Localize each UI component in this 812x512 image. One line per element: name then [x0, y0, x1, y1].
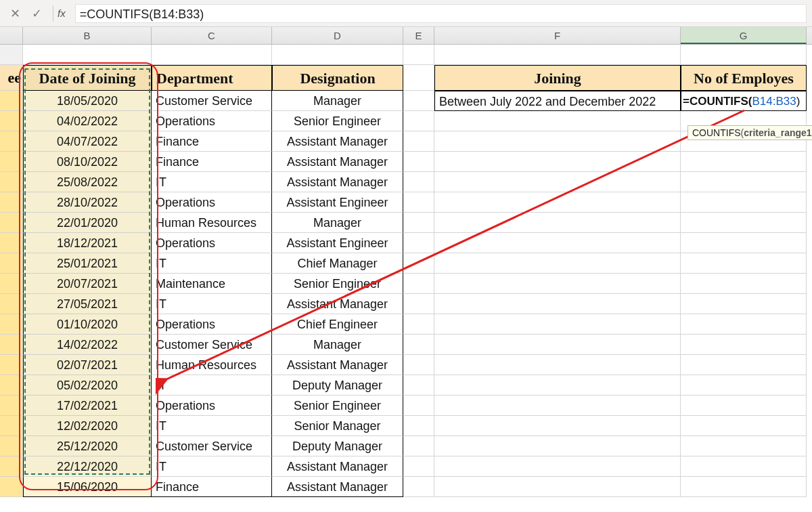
- cell-department[interactable]: Operations: [152, 192, 272, 213]
- row-gutter[interactable]: [0, 152, 23, 172]
- cell[interactable]: [434, 253, 681, 274]
- cell-department[interactable]: Customer Service: [152, 436, 272, 456]
- cell[interactable]: [681, 375, 807, 396]
- cell[interactable]: [403, 192, 434, 213]
- cell[interactable]: [403, 233, 434, 253]
- cell-date[interactable]: 02/07/2021: [23, 355, 152, 375]
- cell-date[interactable]: 18/05/2020: [23, 91, 152, 111]
- cell-designation[interactable]: Senior Engineer: [272, 274, 403, 294]
- cell[interactable]: [434, 213, 681, 233]
- cell[interactable]: [681, 233, 807, 253]
- cell[interactable]: [272, 45, 403, 65]
- cell-department[interactable]: Operations: [152, 233, 272, 253]
- cell[interactable]: [681, 192, 807, 213]
- cell[interactable]: [434, 314, 681, 335]
- cell-date[interactable]: 17/02/2021: [23, 396, 152, 416]
- cell-department[interactable]: Finance: [152, 152, 272, 172]
- cell-department[interactable]: Customer Service: [152, 91, 272, 111]
- cell-department[interactable]: IT: [152, 416, 272, 436]
- cell[interactable]: [403, 65, 434, 91]
- row-gutter[interactable]: [0, 131, 23, 152]
- cell[interactable]: [403, 131, 434, 152]
- joining-range-cell[interactable]: Between July 2022 and December 2022: [434, 91, 681, 111]
- cell[interactable]: [434, 396, 681, 416]
- cell-department[interactable]: Maintenance: [152, 274, 272, 294]
- cell[interactable]: [403, 253, 434, 274]
- fx-label[interactable]: fx: [58, 7, 66, 19]
- cell[interactable]: [403, 274, 434, 294]
- formula-entry-cell[interactable]: =COUNTIFS(B14:B33): [681, 91, 807, 111]
- cell[interactable]: [403, 152, 434, 172]
- cell-date[interactable]: 27/05/2021: [23, 294, 152, 314]
- header-department[interactable]: Department: [152, 65, 272, 91]
- cell[interactable]: [403, 213, 434, 233]
- row-gutter[interactable]: [0, 477, 23, 497]
- cell-designation[interactable]: Deputy Manager: [272, 436, 403, 456]
- cell[interactable]: [681, 253, 807, 274]
- row-gutter[interactable]: [0, 45, 23, 65]
- cell-designation[interactable]: Senior Engineer: [272, 396, 403, 416]
- row-gutter[interactable]: [0, 172, 23, 192]
- cell[interactable]: [403, 91, 434, 111]
- cell-date[interactable]: 25/12/2020: [23, 436, 152, 456]
- cell[interactable]: [681, 396, 807, 416]
- cell-designation[interactable]: Chief Manager: [272, 253, 403, 274]
- cell[interactable]: [403, 355, 434, 375]
- cell-department[interactable]: Operations: [152, 396, 272, 416]
- cell[interactable]: [434, 477, 681, 497]
- cell-department[interactable]: IT: [152, 375, 272, 396]
- cell-department[interactable]: IT: [152, 253, 272, 274]
- cell[interactable]: [434, 131, 681, 152]
- cell-department[interactable]: IT: [152, 294, 272, 314]
- cell[interactable]: [681, 355, 807, 375]
- cell[interactable]: [681, 456, 807, 477]
- cell-designation[interactable]: Manager: [272, 91, 403, 111]
- cell[interactable]: [681, 152, 807, 172]
- row-gutter[interactable]: [0, 335, 23, 355]
- cell[interactable]: [403, 294, 434, 314]
- cell[interactable]: [403, 172, 434, 192]
- spreadsheet-grid[interactable]: ee Date of Joining Department Designatio…: [0, 45, 812, 497]
- cell-department[interactable]: Operations: [152, 314, 272, 335]
- row-gutter[interactable]: [0, 436, 23, 456]
- row-gutter[interactable]: [0, 253, 23, 274]
- cell-date[interactable]: 14/02/2022: [23, 335, 152, 355]
- header-joining[interactable]: Joining: [434, 65, 681, 91]
- cell-date[interactable]: 15/06/2020: [23, 477, 152, 497]
- cell-date[interactable]: 12/02/2020: [23, 416, 152, 436]
- cell[interactable]: [434, 355, 681, 375]
- row-gutter[interactable]: [0, 314, 23, 335]
- col-header-G[interactable]: G: [681, 27, 807, 44]
- cell-date[interactable]: 20/07/2021: [23, 274, 152, 294]
- cell-department[interactable]: IT: [152, 456, 272, 477]
- cell[interactable]: [434, 45, 681, 65]
- select-all-corner[interactable]: [0, 27, 23, 44]
- row-gutter[interactable]: [0, 294, 23, 314]
- cell[interactable]: [681, 45, 807, 65]
- cell-designation[interactable]: Manager: [272, 213, 403, 233]
- row-gutter[interactable]: [0, 396, 23, 416]
- cell[interactable]: [403, 45, 434, 65]
- cell[interactable]: [681, 335, 807, 355]
- row-gutter[interactable]: [0, 213, 23, 233]
- row-gutter[interactable]: [0, 416, 23, 436]
- row-gutter[interactable]: [0, 192, 23, 213]
- col-header-E[interactable]: E: [403, 27, 434, 44]
- cell[interactable]: [434, 172, 681, 192]
- cell-date[interactable]: 28/10/2022: [23, 192, 152, 213]
- cell[interactable]: [434, 192, 681, 213]
- cell[interactable]: [403, 375, 434, 396]
- header-employees[interactable]: No of Employes: [681, 65, 807, 91]
- formula-input[interactable]: =COUNTIFS(B14:B33): [75, 4, 807, 23]
- cell-designation[interactable]: Assistant Manager: [272, 131, 403, 152]
- cell-designation[interactable]: Assistant Manager: [272, 152, 403, 172]
- cell[interactable]: [434, 335, 681, 355]
- cell-department[interactable]: Finance: [152, 131, 272, 152]
- cell[interactable]: [434, 416, 681, 436]
- cell-date[interactable]: 04/02/2022: [23, 111, 152, 131]
- cell-department[interactable]: Human Resources: [152, 213, 272, 233]
- col-header-B[interactable]: B: [23, 27, 152, 44]
- cell[interactable]: [434, 294, 681, 314]
- cell[interactable]: [23, 45, 152, 65]
- header-date[interactable]: Date of Joining: [23, 65, 152, 91]
